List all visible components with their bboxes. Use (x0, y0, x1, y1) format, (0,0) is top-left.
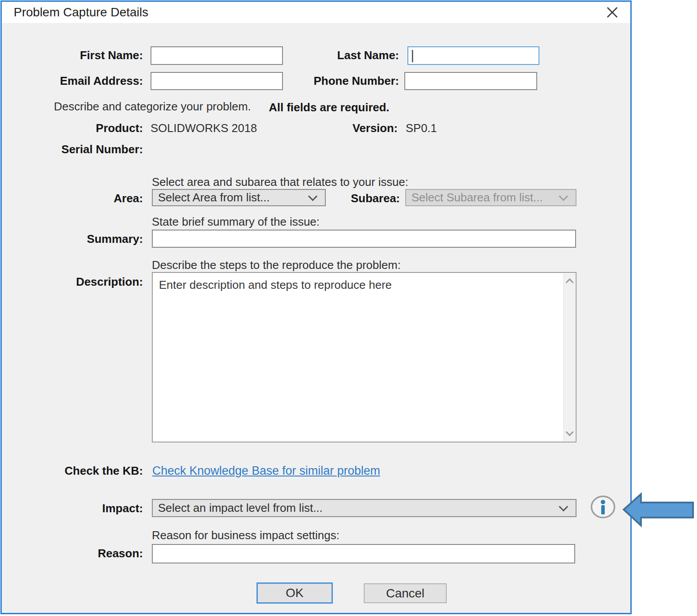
cancel-button[interactable]: Cancel (364, 583, 447, 603)
scrollbar[interactable] (563, 273, 575, 441)
intro-text: Describe and categorize your problem. (54, 99, 251, 113)
impact-label: Impact: (19, 499, 143, 518)
area-dropdown-value: Select Area from list... (158, 191, 270, 204)
check-kb-label: Check the KB: (19, 461, 143, 480)
subarea-label: Subarea: (306, 189, 400, 208)
serial-number-label: Serial Number: (19, 140, 143, 159)
problem-capture-dialog: Problem Capture Details First Name: Last… (0, 0, 632, 614)
required-text: All fields are required. (269, 100, 389, 114)
chevron-down-icon (559, 502, 568, 511)
description-caption: Describe the steps to the reproduce the … (152, 258, 401, 272)
ok-button[interactable]: OK (256, 582, 333, 604)
check-kb-link[interactable]: Check Knowledge Base for similar problem (152, 461, 380, 480)
description-label: Description: (19, 272, 143, 291)
summary-label: Summary: (19, 230, 143, 248)
first-name-label: First Name: (19, 46, 143, 64)
last-name-input[interactable] (407, 46, 539, 65)
area-label: Area: (19, 189, 143, 208)
summary-caption: State brief summary of the issue: (152, 215, 320, 229)
area-section-caption: Select area and subarea that relates to … (152, 175, 408, 189)
summary-input[interactable] (152, 230, 576, 248)
reason-label: Reason: (19, 544, 143, 563)
scroll-down-icon[interactable] (565, 428, 573, 436)
area-dropdown[interactable]: Select Area from list... (152, 189, 326, 206)
dialog-title: Problem Capture Details (14, 2, 148, 23)
last-name-label: Last Name: (275, 46, 399, 64)
scroll-up-icon[interactable] (565, 278, 573, 286)
chevron-down-icon (559, 192, 568, 201)
annotation-arrow-icon (622, 491, 697, 531)
email-label: Email Address: (19, 72, 143, 90)
email-input[interactable] (151, 72, 283, 90)
subarea-dropdown-value: Select Subarea from list... (411, 191, 543, 204)
impact-dropdown-value: Select an impact level from list... (158, 501, 323, 515)
info-icon[interactable] (590, 495, 616, 522)
reason-input[interactable] (152, 544, 575, 563)
title-bar: Problem Capture Details (2, 2, 630, 23)
text-cursor (412, 50, 413, 62)
first-name-input[interactable] (151, 46, 283, 65)
version-value: SP0.1 (406, 119, 437, 137)
phone-label: Phone Number: (275, 72, 399, 90)
description-textarea[interactable]: Enter description and steps to reproduce… (152, 272, 576, 442)
impact-dropdown[interactable]: Select an impact level from list... (152, 499, 576, 517)
reason-caption: Reason for business impact settings: (152, 528, 339, 542)
description-text: Enter description and steps to reproduce… (159, 278, 558, 292)
product-value: SOLIDWORKS 2018 (151, 119, 257, 137)
close-icon[interactable] (606, 6, 619, 19)
product-label: Product: (19, 119, 143, 137)
phone-input[interactable] (404, 72, 537, 90)
version-label: Version: (284, 119, 398, 137)
subarea-dropdown: Select Subarea from list... (405, 189, 576, 206)
